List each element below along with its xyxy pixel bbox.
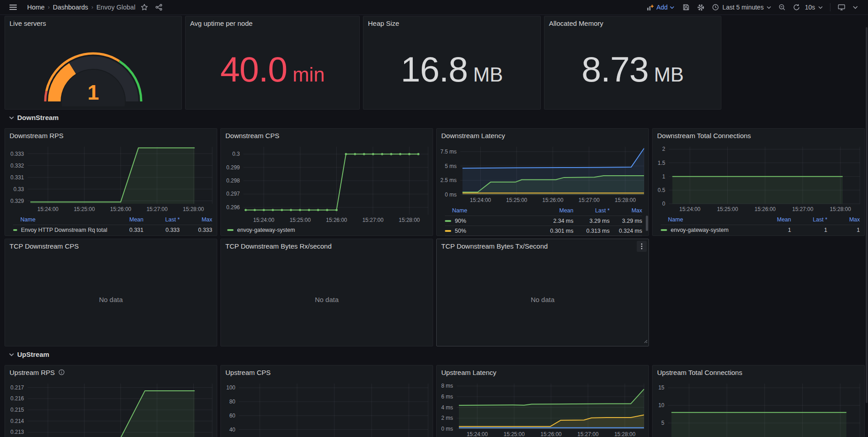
refresh-icon[interactable] xyxy=(789,0,804,14)
panel-title[interactable]: Upstream CPS xyxy=(221,365,433,379)
share-icon[interactable] xyxy=(152,0,166,14)
chart-upstream-total-connections[interactable]: 1510515:24:0015:25:0015:26:0015:27:0015:… xyxy=(653,379,864,437)
svg-text:15:24:00: 15:24:00 xyxy=(467,431,488,437)
svg-text:15:26:00: 15:26:00 xyxy=(110,206,131,212)
section-downstream[interactable]: DownStream xyxy=(5,110,865,125)
chart-downstream-cps[interactable]: 0.30.2990.2980.2970.29615:24:0015:25:001… xyxy=(221,142,433,225)
dashboard-settings-icon[interactable] xyxy=(693,0,708,14)
panel-title[interactable]: Upstream Latency xyxy=(437,365,649,379)
panel-title[interactable]: Downstream CPS xyxy=(221,129,433,142)
legend-row[interactable]: envoy-gateway-system111 xyxy=(661,225,860,235)
stat-number: 8.73 xyxy=(582,49,649,90)
panel-title[interactable]: TCP Downstream Bytes Rx/second xyxy=(221,239,433,253)
upstream-row: Upstream RPS 0.2170.2160.2150.2140.21315… xyxy=(5,365,865,437)
refresh-interval-picker[interactable]: 10s xyxy=(804,4,826,11)
chart-svg: 7.5 ms5 ms2.5 ms0 ms15:24:0015:25:0015:2… xyxy=(437,142,649,205)
panel-title[interactable]: Live servers xyxy=(5,16,181,30)
info-icon[interactable] xyxy=(58,369,65,375)
svg-text:15:28:00: 15:28:00 xyxy=(183,206,204,212)
svg-text:15:25:00: 15:25:00 xyxy=(717,206,738,212)
panel-title[interactable]: Avg uptime per node xyxy=(186,16,359,30)
panel-title[interactable]: TCP Downstream Bytes Tx/Second xyxy=(437,239,649,253)
svg-text:2: 2 xyxy=(662,146,665,152)
chart-downstream-latency[interactable]: 7.5 ms5 ms2.5 ms0 ms15:24:0015:25:0015:2… xyxy=(437,142,649,205)
page-scrollbar[interactable] xyxy=(866,27,868,403)
add-button[interactable]: Add xyxy=(642,4,679,11)
legend-header[interactable]: NameMeanLast *Max xyxy=(445,206,642,216)
panel-upstream-cps: Upstream CPS 10080604015:24:0015:25:0015… xyxy=(220,365,433,437)
chevron-down-icon xyxy=(670,5,674,10)
chart-legend: NameMeanLast *MaxEnvoy HTTP Downstream R… xyxy=(5,214,217,236)
panel-title[interactable]: Downstream Latency xyxy=(437,129,649,142)
panel-title[interactable]: Allocated Memory xyxy=(544,16,721,30)
star-icon[interactable] xyxy=(137,0,152,14)
svg-text:0.213: 0.213 xyxy=(10,429,24,435)
kiosk-mode-icon[interactable] xyxy=(834,0,849,14)
toolbar-expand-icon[interactable] xyxy=(849,0,862,14)
chevron-down-icon xyxy=(9,115,14,120)
dashboard-canvas: Live servers 1 Avg uptime per node 40.0 xyxy=(0,15,868,437)
panel-title[interactable]: Downstream RPS xyxy=(5,129,217,142)
svg-text:0.299: 0.299 xyxy=(226,164,240,171)
downstream-row: Downstream RPS 0.3330.3320.3310.330.3291… xyxy=(5,128,865,236)
svg-text:15:27:00: 15:27:00 xyxy=(792,206,813,212)
panel-title[interactable]: Upstream RPS xyxy=(5,365,217,379)
legend-table: NameMeanLast *MaxEnvoy HTTP Downstream R… xyxy=(13,215,212,235)
legend-row[interactable]: 90%2.34 ms3.29 ms3.29 ms xyxy=(445,216,642,226)
breadcrumb-home[interactable]: Home xyxy=(25,4,47,11)
stat-value: 40.0 min xyxy=(186,30,359,109)
svg-text:60: 60 xyxy=(229,413,236,419)
menu-icon[interactable] xyxy=(5,0,21,14)
panel-resize-handle[interactable] xyxy=(643,337,648,345)
save-dashboard-icon[interactable] xyxy=(679,0,693,14)
chart-svg: 0.3330.3320.3310.330.32915:24:0015:25:00… xyxy=(5,142,217,214)
panel-menu-icon[interactable] xyxy=(637,241,647,252)
clock-icon xyxy=(712,4,719,11)
svg-text:6 ms: 6 ms xyxy=(441,394,453,400)
svg-text:4 ms: 4 ms xyxy=(441,404,453,411)
legend-table: NameMeanLast *Max90%2.34 ms3.29 ms3.29 m… xyxy=(445,206,642,236)
breadcrumb-current[interactable]: Envoy Global xyxy=(95,4,137,11)
chevron-down-icon xyxy=(767,5,771,10)
chart-downstream-total-connections[interactable]: 21.510.5015:24:0015:25:0015:26:0015:27:0… xyxy=(653,142,864,214)
svg-text:15:25:00: 15:25:00 xyxy=(290,217,311,223)
svg-text:15:24:00: 15:24:00 xyxy=(470,197,491,203)
svg-text:1: 1 xyxy=(662,173,665,180)
svg-text:15:26:00: 15:26:00 xyxy=(542,197,563,203)
panel-title[interactable]: Downstream Total Connections xyxy=(653,129,864,142)
legend-table: NameMeanLast *Maxenvoy-gateway-system111 xyxy=(661,215,860,235)
legend-row[interactable]: 99%4.89 ms8 ms8 ms xyxy=(445,235,642,236)
legend-series-color xyxy=(13,229,17,231)
breadcrumb-dashboards[interactable]: Dashboards xyxy=(51,4,90,11)
chart-svg: 0.30.2990.2980.2970.29615:24:0015:25:001… xyxy=(221,142,433,225)
svg-text:8 ms: 8 ms xyxy=(441,383,453,389)
legend-row[interactable]: 50%0.301 ms0.313 ms0.324 ms xyxy=(445,226,642,235)
panel-title[interactable]: TCP Downstream CPS xyxy=(5,239,217,253)
svg-text:0.33: 0.33 xyxy=(14,186,24,192)
svg-text:0.296: 0.296 xyxy=(226,204,240,211)
panel-title[interactable]: Heap Size xyxy=(363,16,540,30)
svg-text:15:28:00: 15:28:00 xyxy=(615,197,636,203)
legend-scrollbar[interactable] xyxy=(646,216,648,231)
chevron-down-icon xyxy=(818,5,823,10)
chart-svg: 1510515:24:0015:25:0015:26:0015:27:0015:… xyxy=(653,379,864,437)
panel-title[interactable]: Upstream Total Connections xyxy=(653,365,864,379)
chart-upstream-cps[interactable]: 10080604015:24:0015:25:0015:26:0015:27:0… xyxy=(221,379,433,437)
svg-text:1.5: 1.5 xyxy=(658,160,665,166)
legend-series-color xyxy=(227,229,234,231)
svg-text:100: 100 xyxy=(226,384,235,391)
stat-unit: MB xyxy=(654,63,684,86)
legend-header[interactable]: NameMeanLast *Max xyxy=(661,215,860,225)
zoom-out-time-icon[interactable] xyxy=(775,0,789,14)
legend-header[interactable]: NameMeanLast *Max xyxy=(13,215,212,225)
chart-upstream-rps[interactable]: 0.2170.2160.2150.2140.21315:24:0015:25:0… xyxy=(5,379,217,437)
time-range-picker[interactable]: Last 5 minutes xyxy=(708,4,775,11)
legend-item[interactable]: envoy-gateway-system xyxy=(227,227,433,233)
legend-row[interactable]: Envoy HTTP Downstream Rq total0.3310.333… xyxy=(13,225,212,235)
chart-upstream-latency[interactable]: 8 ms6 ms4 ms2 ms0 ms15:24:0015:25:0015:2… xyxy=(437,379,649,437)
panel-live-servers: Live servers 1 xyxy=(5,16,182,110)
section-upstream[interactable]: UpStream xyxy=(5,346,865,362)
svg-text:0 ms: 0 ms xyxy=(441,426,453,432)
panel-downstream-total-connections: Downstream Total Connections 21.510.5015… xyxy=(652,128,865,236)
chart-downstream-rps[interactable]: 0.3330.3320.3310.330.32915:24:0015:25:00… xyxy=(5,142,217,214)
